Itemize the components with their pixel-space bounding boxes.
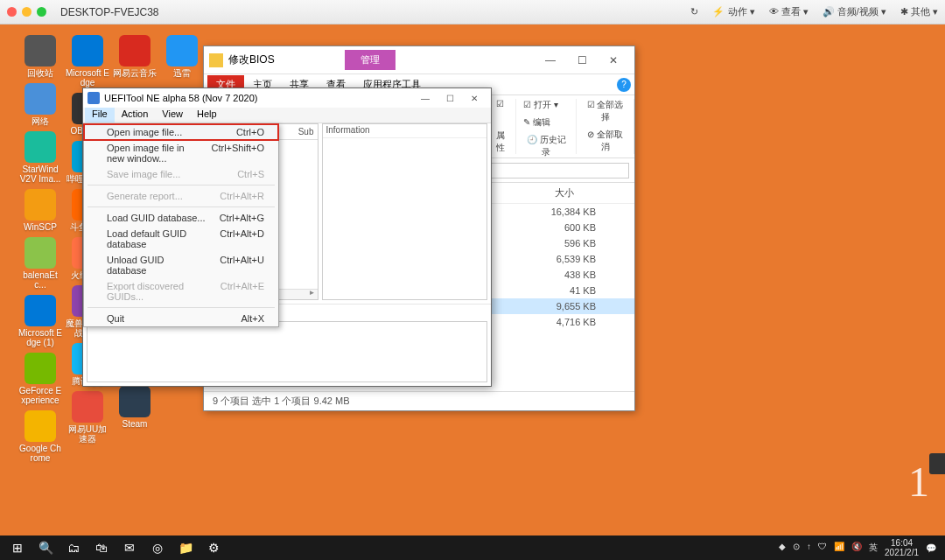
taskbar-button[interactable]: ⊞ xyxy=(4,537,32,558)
explorer-statusbar: 9 个项目 选中 1 个项目 9.42 MB xyxy=(204,391,634,410)
desktop-icon[interactable]: WinSCP xyxy=(18,189,62,232)
taskbar-button[interactable]: ⚙ xyxy=(200,537,228,558)
tray-icons: ◆⊙↑🛡📶🔇英 xyxy=(779,542,878,554)
help-icon[interactable]: ? xyxy=(617,78,631,92)
maximize-icon[interactable] xyxy=(37,7,46,17)
tray-icon[interactable]: 📶 xyxy=(834,542,844,554)
uefitool-titlebar[interactable]: UEFITool NE alpha 58 (Nov 7 2020) — ☐ ✕ xyxy=(83,88,491,108)
traffic-lights xyxy=(7,7,46,17)
file-menu-dropdown: Open image file...Ctrl+OOpen image file … xyxy=(83,123,279,327)
explorer-title: 修改BIOS xyxy=(228,52,275,67)
desktop-icon[interactable]: Google Chrome xyxy=(18,410,62,463)
host-menu: ↻ ⚡ 动作 ▾ 👁 查看 ▾ 🔊 音频/视频 ▾ ✱ 其他 ▾ xyxy=(690,5,938,18)
tray-icon[interactable]: ⊙ xyxy=(793,542,800,554)
ribbon-group-open: ☑ 打开 ▾ ✎ 编辑 🕘 历史记录 打开 xyxy=(516,99,577,154)
ribbon-edit[interactable]: ✎ 编辑 xyxy=(523,116,550,129)
taskbar-clock[interactable]: 16:04 2021/2/1 xyxy=(885,538,919,557)
menu-item[interactable]: Load default GUID databaseCtrl+Alt+D xyxy=(84,226,278,252)
side-widget[interactable] xyxy=(929,453,945,474)
tray-icon[interactable]: 🔇 xyxy=(851,542,862,554)
explorer-manage-tab[interactable]: 管理 xyxy=(345,50,396,70)
folder-icon xyxy=(209,53,223,67)
desktop-icons-col1: 回收站网络StarWind V2V Ima...WinSCPbalenaEtc.… xyxy=(14,35,66,463)
minimize-icon[interactable] xyxy=(22,7,32,17)
close-icon[interactable]: ✕ xyxy=(598,48,629,73)
watermark: 1 xyxy=(908,458,929,506)
ribbon-select-all[interactable]: ☑ 全部选择 xyxy=(584,99,626,123)
menu-item[interactable]: Open image file in new window...Ctrl+Shi… xyxy=(84,140,278,166)
uefitool-title: UEFITool NE alpha 58 (Nov 7 2020) xyxy=(104,93,257,103)
ribbon-history[interactable]: 🕘 历史记录 xyxy=(523,134,569,158)
desktop-icon[interactable]: Microsoft Edge xyxy=(66,35,109,88)
menu-item[interactable]: Open image file...Ctrl+O xyxy=(84,124,278,140)
remote-desktop: 回收站网络StarWind V2V Ima...WinSCPbalenaEtc.… xyxy=(0,24,945,536)
minimize-icon[interactable]: — xyxy=(413,89,438,107)
host-menu-refresh[interactable]: ↻ xyxy=(690,6,698,18)
maximize-icon[interactable]: ☐ xyxy=(566,48,598,73)
ribbon-open[interactable]: ☑ 打开 ▾ xyxy=(523,99,558,111)
taskbar-button[interactable]: 🗂 xyxy=(60,537,88,558)
taskbar-button[interactable]: 📁 xyxy=(172,537,200,558)
maximize-icon[interactable]: ☐ xyxy=(438,89,462,107)
desktop-icon[interactable]: Steam xyxy=(113,386,157,429)
uefitool-window-buttons: — ☐ ✕ xyxy=(413,89,486,107)
host-title: DESKTOP-FVEJC38 xyxy=(60,6,158,18)
information-panel: Information xyxy=(322,123,488,300)
menu-view[interactable]: View xyxy=(155,108,190,122)
close-icon[interactable] xyxy=(7,7,17,17)
explorer-titlebar[interactable]: 修改BIOS 管理 — ☐ ✕ xyxy=(204,46,634,74)
windows-taskbar: ⊞🔍🗂🛍✉◎📁⚙ ◆⊙↑🛡📶🔇英 16:04 2021/2/1 💬 xyxy=(0,536,945,560)
taskbar-button[interactable]: 🔍 xyxy=(32,537,60,558)
desktop-icon[interactable]: Microsoft Edge (1) xyxy=(18,295,62,347)
info-header: Information xyxy=(323,124,487,138)
taskbar-button[interactable]: ◎ xyxy=(144,537,172,558)
menu-item: Generate report...Ctrl+Alt+R xyxy=(84,188,278,204)
host-menu-audio[interactable]: 🔊 音频/视频 ▾ xyxy=(822,5,886,18)
desktop-icon[interactable]: 网易云音乐 xyxy=(113,35,157,78)
host-menu-action[interactable]: ⚡ 动作 ▾ xyxy=(712,5,754,18)
uefitool-menubar: File Action View Help Open image file...… xyxy=(83,108,491,123)
log-panel[interactable] xyxy=(87,321,487,382)
uefitool-icon xyxy=(88,92,100,104)
menu-item: Save image file...Ctrl+S xyxy=(84,166,278,182)
host-titlebar: DESKTOP-FVEJC38 ↻ ⚡ 动作 ▾ 👁 查看 ▾ 🔊 音频/视频 … xyxy=(0,0,945,24)
desktop-icon[interactable]: 网络 xyxy=(18,83,62,126)
desktop-icons-col4: 迅雷 xyxy=(156,35,208,78)
taskbar-button[interactable]: 🛍 xyxy=(88,537,116,558)
host-menu-view[interactable]: 👁 查看 ▾ xyxy=(769,5,808,18)
menu-item[interactable]: Unload GUID databaseCtrl+Alt+U xyxy=(84,252,278,278)
taskbar-button[interactable]: ✉ xyxy=(116,537,144,558)
menu-item: Export discovered GUIDs...Ctrl+Alt+E xyxy=(84,278,278,304)
menu-file[interactable]: File xyxy=(85,108,115,122)
desktop-icon[interactable]: StarWind V2V Ima... xyxy=(18,131,62,184)
menu-help[interactable]: Help xyxy=(190,108,224,122)
minimize-icon[interactable]: — xyxy=(535,48,566,73)
col-size[interactable]: 大小 xyxy=(521,186,608,200)
ribbon-group-select: ☑ 全部选择 ⊘ 全部取消 ⊟ 反向选择 选择 xyxy=(577,99,634,154)
ribbon-select-none[interactable]: ⊘ 全部取消 xyxy=(584,129,626,153)
desktop-icon[interactable]: 迅雷 xyxy=(160,35,204,78)
explorer-window-buttons: — ☐ ✕ xyxy=(535,48,629,73)
tray-icon[interactable]: 🛡 xyxy=(818,542,827,554)
desktop-icon[interactable]: 回收站 xyxy=(18,35,62,78)
system-tray: ◆⊙↑🛡📶🔇英 16:04 2021/2/1 💬 xyxy=(779,538,942,557)
menu-item[interactable]: QuitAlt+X xyxy=(84,311,278,326)
close-icon[interactable]: ✕ xyxy=(462,89,486,107)
menu-item[interactable]: Load GUID database...Ctrl+Alt+G xyxy=(84,210,278,226)
taskbar-items: ⊞🔍🗂🛍✉◎📁⚙ xyxy=(4,537,228,558)
desktop-icon[interactable]: 网易UU加速器 xyxy=(66,391,109,444)
desktop-icon[interactable]: balenaEtc... xyxy=(18,237,62,290)
tray-icon[interactable]: ↑ xyxy=(807,542,811,554)
desktop-icon[interactable]: GeForce Experience xyxy=(18,353,62,405)
uefitool-window: UEFITool NE alpha 58 (Nov 7 2020) — ☐ ✕ … xyxy=(82,88,492,387)
host-menu-other[interactable]: ✱ 其他 ▾ xyxy=(900,5,938,18)
notifications-icon[interactable]: 💬 xyxy=(926,543,936,553)
tray-icon[interactable]: ◆ xyxy=(779,542,786,554)
tray-icon[interactable]: 英 xyxy=(869,542,878,554)
menu-action[interactable]: Action xyxy=(115,108,156,122)
